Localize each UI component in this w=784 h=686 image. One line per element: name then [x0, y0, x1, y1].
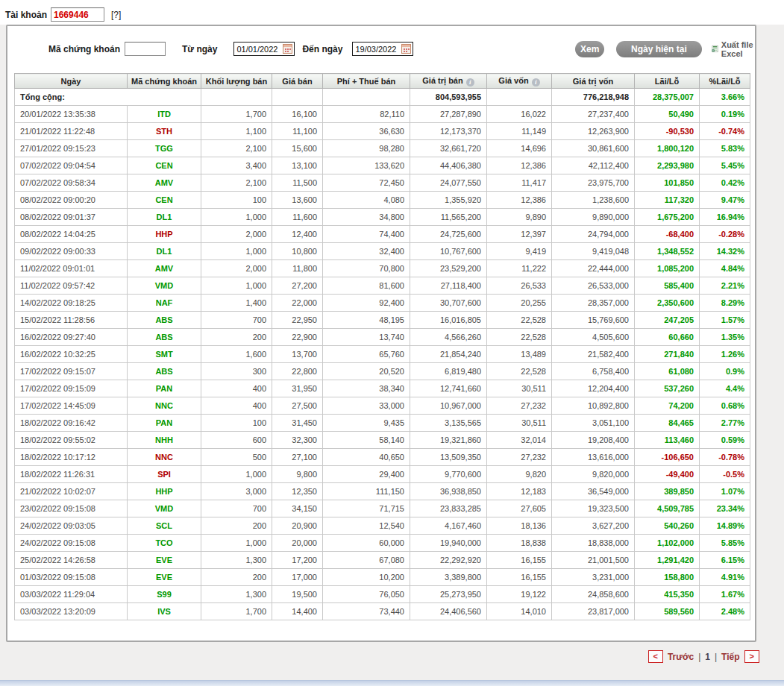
cell-fee-tax: 58,140 [323, 432, 410, 449]
cell-sell-value: 13,509,350 [410, 449, 487, 466]
cell-pl: 247,205 [635, 312, 700, 329]
cell-cost-value: 19,323,500 [552, 500, 635, 517]
cell-stock-code: TCO [128, 535, 201, 552]
help-link[interactable]: [?] [111, 10, 121, 20]
from-date-input[interactable] [236, 45, 283, 54]
cell-fee-tax: 36,630 [323, 123, 410, 140]
cell-volume: 1,300 [201, 552, 272, 569]
cell-fee-tax: 67,080 [323, 552, 410, 569]
cell-volume: 3,000 [201, 483, 272, 500]
cell-sell-value: 23,529,200 [410, 260, 487, 277]
cell-volume: 2,000 [201, 226, 272, 243]
cell-pl: 415,350 [635, 586, 700, 603]
cell-fee-tax: 60,000 [323, 535, 410, 552]
cell-sell-value: 10,967,000 [410, 397, 487, 415]
excel-icon [712, 43, 718, 54]
cell-volume: 1,000 [201, 466, 272, 483]
cell-date: 08/02/2022 09:00:20 [15, 192, 128, 209]
cell-sell-price: 14,400 [272, 603, 323, 620]
cell-sell-value: 6,819,480 [410, 363, 487, 380]
account-label: Tài khoản [5, 10, 47, 20]
table-row: 17/02/2022 14:45:09NNC40027,50033,00010,… [15, 397, 750, 415]
cell-cost-price: 30,511 [487, 380, 552, 397]
cell-cost-value: 18,838,000 [552, 535, 635, 552]
cell-cost-value: 21,582,400 [552, 346, 635, 363]
next-page-link[interactable]: Tiếp [721, 652, 739, 662]
cell-cost-value: 23,817,000 [552, 603, 635, 620]
cell-stock-code: EVE [128, 569, 201, 586]
cell-volume: 100 [201, 192, 272, 209]
cell-volume: 700 [201, 500, 272, 517]
to-date-field[interactable] [352, 42, 413, 56]
cell-sell-price: 11,500 [272, 174, 323, 192]
column-header: Giá vốni [487, 74, 552, 89]
cell-stock-code: EVE [128, 552, 201, 569]
cell-cost-price: 18,838 [487, 535, 552, 552]
stock-code-input[interactable] [125, 42, 166, 56]
cell-fee-tax: 29,400 [323, 466, 410, 483]
column-header: Phí + Thuế bán [323, 74, 410, 89]
cell-cost-price: 9,890 [487, 209, 552, 226]
cell-volume: 400 [201, 397, 272, 415]
prev-page-link[interactable]: Trước [668, 652, 694, 662]
cell-cost-value: 13,616,000 [552, 449, 635, 466]
cell-cost-price: 12,386 [487, 192, 552, 209]
to-date-input[interactable] [355, 45, 401, 54]
next-page-arrow[interactable]: > [744, 650, 759, 663]
cell-stock-code: PAN [128, 380, 201, 397]
cell-cost-value: 23,975,700 [552, 174, 635, 192]
cell-date: 03/03/2022 13:20:09 [15, 603, 128, 620]
cell-stock-code: NNC [128, 449, 201, 466]
cell-sell-price: 16,100 [272, 106, 323, 123]
cell-pl: 1,085,200 [635, 260, 700, 277]
from-date-field[interactable] [233, 42, 295, 56]
column-header: Lãi/Lỗ [635, 74, 700, 89]
account-input[interactable] [51, 7, 104, 22]
cell-volume: 2,000 [201, 260, 272, 277]
cell-volume: 1,400 [201, 295, 272, 312]
cell-cost-price: 14,010 [487, 603, 552, 620]
realized-pl-table: NgàyMã chứng khoánKhối lượng bánGiá bánP… [14, 73, 750, 620]
filter-row: Mã chứng khoán Từ ngày Đến ngày [48, 26, 755, 59]
from-date-label: Từ ngày [182, 44, 217, 54]
cell-fee-tax: 133,620 [323, 157, 410, 174]
bottom-divider-bar [0, 680, 784, 686]
cell-cost-value: 9,820,000 [552, 466, 635, 483]
cell-sell-price: 31,950 [272, 380, 323, 397]
cell-date: 16/02/2022 10:32:25 [15, 346, 128, 363]
export-excel-link[interactable]: Xuất file Excel [712, 40, 755, 58]
cell-fee-tax: 10,200 [323, 569, 410, 586]
cell-fee-tax: 34,800 [323, 209, 410, 226]
cell-stock-code: TGG [128, 140, 201, 157]
cell-pl-pct: -0.5% [700, 466, 750, 483]
info-icon[interactable]: i [466, 78, 474, 86]
cell-stock-code: AMV [128, 260, 201, 277]
cell-stock-code: DL1 [128, 243, 201, 260]
cell-pl-pct: 1.57% [700, 312, 750, 329]
prev-page-arrow[interactable]: < [648, 650, 663, 663]
view-button[interactable]: Xem [575, 41, 604, 57]
cell-pl-pct: 0.59% [700, 432, 750, 449]
cell-sell-value: 16,016,805 [410, 312, 487, 329]
cell-sell-value: 24,725,600 [410, 226, 487, 243]
cell-stock-code: VMD [128, 500, 201, 517]
cell-pl-pct: 0.68% [700, 397, 750, 415]
table-row: 01/03/2022 09:15:08EVE20017,00010,2003,3… [15, 569, 750, 586]
cell-volume: 1,000 [201, 243, 272, 260]
cell-pl-pct: 1.35% [700, 329, 750, 346]
table-row: 03/03/2022 13:20:09IVS1,70014,40073,4402… [15, 603, 750, 620]
calendar-icon[interactable] [283, 44, 292, 54]
info-icon[interactable]: i [532, 78, 540, 86]
cell-sell-value: 21,854,240 [410, 346, 487, 363]
cell-sell-price: 17,000 [272, 569, 323, 586]
cell-stock-code: VMD [128, 277, 201, 295]
cell-date: 24/02/2022 09:15:08 [15, 535, 128, 552]
table-row: 18/02/2022 09:55:02NHH60032,30058,14019,… [15, 432, 750, 449]
table-row: 21/01/2022 11:22:48STH1,10011,10036,6301… [15, 123, 750, 140]
cell-cost-price: 22,528 [487, 312, 552, 329]
cell-stock-code: STH [128, 123, 201, 140]
calendar-icon[interactable] [401, 44, 411, 54]
today-button[interactable]: Ngày hiện tại [616, 41, 702, 57]
cell-cost-price: 30,511 [487, 415, 552, 432]
cell-pl: 1,102,000 [635, 535, 700, 552]
